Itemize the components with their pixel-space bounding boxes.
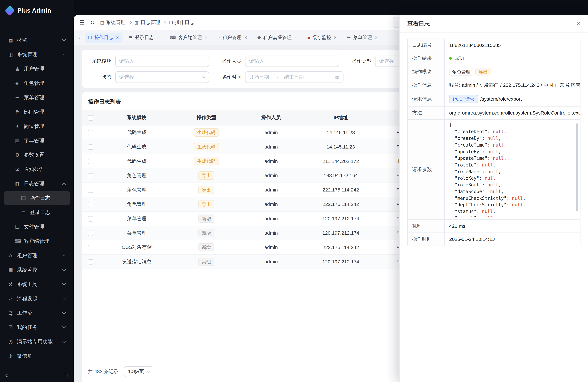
close-tab-icon[interactable]: ✕ <box>116 35 119 40</box>
params-label: 请求参数 <box>408 120 445 219</box>
breadcrumb-item-log-management[interactable]: ▥日志管理 <box>135 19 160 26</box>
tabs-scroll-left-icon[interactable]: ‹ <box>78 35 82 41</box>
row-checkbox[interactable] <box>88 202 93 207</box>
chevron-down-icon <box>202 75 206 78</box>
cell-ip-address: 211.144.202.172 <box>303 154 378 169</box>
tab-tenant-management[interactable]: ⌂租户管理✕ <box>214 33 251 43</box>
sidebar-item-workflow[interactable]: ⇶工作流 <box>4 306 70 320</box>
tools-icon: ⚒ <box>7 281 14 287</box>
row-checkbox[interactable] <box>88 130 93 135</box>
breadcrumb-item-operation-log[interactable]: ❐操作日志 <box>169 19 194 26</box>
row-checkbox[interactable] <box>88 231 93 236</box>
select-all-checkbox[interactable] <box>88 115 93 120</box>
sidebar-item-demo-features[interactable]: ◎演示站专用功能 <box>4 335 70 348</box>
close-tab-icon[interactable]: ✕ <box>244 35 247 40</box>
row-checkbox[interactable] <box>88 159 93 164</box>
layout-pin-icon[interactable]: ❏ <box>64 372 68 378</box>
tab-cache-monitor[interactable]: ≡缓存监控✕ <box>304 33 340 43</box>
sidebar-item-dept-management[interactable]: ⚑部门管理 <box>4 105 70 119</box>
operation-type-badge: 生成代码 <box>194 143 219 151</box>
sidebar-item-dict-management[interactable]: ▤字典管理 <box>4 134 70 147</box>
sidebar-item-system-management[interactable]: ◫系统管理 <box>4 48 70 61</box>
sidebar-item-label: 微信群 <box>17 353 66 360</box>
tab-client-management[interactable]: ⌨客户端管理✕ <box>166 33 211 43</box>
cell-ip-address: 222.175.114.242 <box>303 183 378 197</box>
sidebar-item-param-settings[interactable]: ⚙参数设置 <box>4 148 70 162</box>
cell-operation-type: 导出 <box>174 197 239 212</box>
sidebar-item-post-management[interactable]: ✦岗位管理 <box>4 119 70 133</box>
tab-menu-management[interactable]: ☰菜单管理✕ <box>343 33 381 43</box>
json-key: "status" <box>455 209 477 214</box>
refresh-icon[interactable]: ↻ <box>90 19 95 26</box>
sidebar-item-system-tools[interactable]: ⚒系统工具 <box>4 277 70 291</box>
close-tab-icon[interactable]: ✕ <box>375 35 378 40</box>
sidebar-item-menu-management[interactable]: ☰菜单管理 <box>4 91 70 104</box>
column-header: 系统模块 <box>99 110 174 125</box>
sidebar-item-label: 岗位管理 <box>24 123 66 130</box>
chevron-down-icon <box>62 339 66 343</box>
sidebar-item-operation-log[interactable]: ❐操作日志 <box>4 191 70 205</box>
sidebar-item-user-management[interactable]: ♟用户管理 <box>4 62 70 75</box>
json-key: "createBy" <box>455 136 482 141</box>
sidebar-item-overview[interactable]: ▦概览 <box>4 33 70 47</box>
sidebar-item-login-log[interactable]: ≣登录日志 <box>4 206 70 219</box>
doc-icon: ❐ <box>88 35 92 40</box>
json-line: "createBy": null, <box>449 135 579 142</box>
row-checkbox[interactable] <box>88 173 93 178</box>
breadcrumb-separator-icon <box>128 21 132 24</box>
duration-row: 耗时 421 ms <box>408 220 580 233</box>
system-module-input[interactable]: 请输入 <box>115 56 209 67</box>
cell-operation-type: 生成代码 <box>174 140 239 154</box>
sidebar-item-system-monitor[interactable]: ▣系统监控 <box>4 263 70 276</box>
page-size-select[interactable]: 10条/页 <box>124 366 153 377</box>
cell-operator: admin <box>239 154 303 169</box>
sidebar-item-log-management[interactable]: ▥日志管理 <box>4 177 70 191</box>
row-checkbox-cell <box>82 255 99 269</box>
role-icon: ◈ <box>14 80 21 86</box>
cell-operator: admin <box>239 183 303 197</box>
status-select[interactable]: 请选择 <box>115 71 209 83</box>
sidebar-item-my-tasks[interactable]: ☑我的任务 <box>4 320 70 334</box>
request-params-json[interactable]: { "createDept": null, "createBy": null, … <box>449 122 579 217</box>
hamburger-menu-icon[interactable]: ☰ <box>80 19 85 26</box>
operation-time-range[interactable]: 开始日期 → 结束日期 ▦ <box>245 71 343 83</box>
json-null: null <box>487 149 498 154</box>
tab-operation-log[interactable]: ❐操作日志✕ <box>84 33 123 43</box>
sidebar-item-label: 字典管理 <box>24 137 66 144</box>
operation-type-badge: 生成代码 <box>194 157 219 165</box>
operator-input[interactable]: 请输入 <box>245 56 339 67</box>
cell-system-module: 菜单管理 <box>99 212 174 226</box>
sidebar-item-role-management[interactable]: ◈角色管理 <box>4 76 70 90</box>
sidebar-item-wechat-group[interactable]: ❋微信群 <box>4 349 70 363</box>
close-tab-icon[interactable]: ✕ <box>205 35 208 40</box>
gear-icon: ⚙ <box>14 152 21 158</box>
breadcrumb-item-system-management[interactable]: ◫系统管理 <box>100 19 126 26</box>
close-tab-icon[interactable]: ✕ <box>334 35 337 40</box>
tab-login-log[interactable]: ≣登录日志✕ <box>126 33 163 43</box>
brand: Plus Admin <box>0 0 74 20</box>
sidebar-item-notice[interactable]: ✉通知公告 <box>4 163 70 176</box>
post-method-tag: POST请求 <box>449 95 478 103</box>
tasks-icon: ☑ <box>7 324 14 330</box>
row-checkbox[interactable] <box>88 216 93 221</box>
close-tab-icon[interactable]: ✕ <box>294 35 297 40</box>
drawer-header: 查看日志 ✕ <box>400 15 588 33</box>
select-all-header <box>82 110 99 125</box>
row-checkbox[interactable] <box>88 188 93 193</box>
sidebar-item-file-management[interactable]: ❏文件管理 <box>4 220 70 233</box>
tab-tenant-package-management[interactable]: ❖租户套餐管理✕ <box>254 33 301 43</box>
json-line: { <box>449 122 579 128</box>
row-checkbox[interactable] <box>88 145 93 150</box>
system-icon: ◫ <box>100 20 104 25</box>
drawer-close-icon[interactable]: ✕ <box>576 21 581 27</box>
sidebar-item-client-management[interactable]: ⌨客户端管理 <box>4 234 70 248</box>
operation-type-badge: 导出 <box>198 186 214 194</box>
collapse-sidebar-icon[interactable]: « <box>5 372 8 378</box>
cell-operation-type: 导出 <box>174 168 239 183</box>
sidebar-item-tenant-management[interactable]: ⌂租户管理 <box>4 249 70 262</box>
sidebar-item-process-start[interactable]: ➢流程发起 <box>4 292 70 305</box>
row-checkbox[interactable] <box>88 245 93 250</box>
row-checkbox[interactable] <box>88 259 93 265</box>
close-tab-icon[interactable]: ✕ <box>156 35 160 40</box>
scrollbar-thumb[interactable] <box>576 123 578 211</box>
